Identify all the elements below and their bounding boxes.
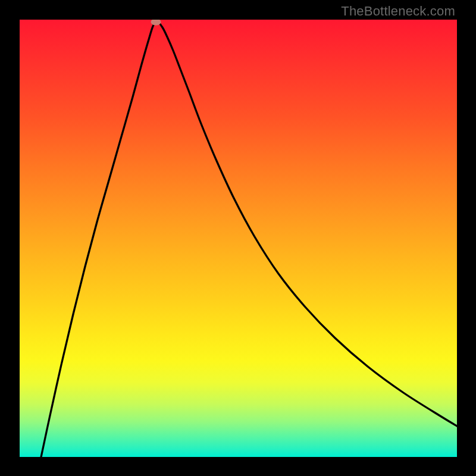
curve-plot: [20, 20, 457, 457]
curve-path: [40, 22, 457, 457]
chart-frame: [20, 20, 457, 457]
watermark-text: TheBottleneck.com: [341, 4, 455, 19]
